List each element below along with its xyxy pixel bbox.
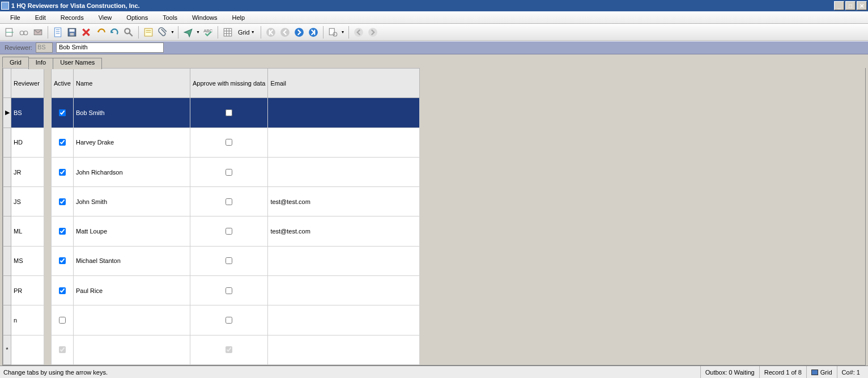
col-email-header[interactable]: Email — [268, 69, 420, 98]
table-row[interactable]: Matt Loupe test@test.com — [52, 216, 420, 246]
cell-reviewer[interactable]: ML — [11, 216, 44, 246]
menu-options[interactable]: Options — [121, 13, 154, 22]
search-icon[interactable] — [122, 26, 135, 39]
menu-help[interactable]: Help — [227, 13, 251, 22]
preview-icon[interactable] — [327, 26, 339, 39]
cell-email[interactable] — [268, 128, 420, 157]
table-row[interactable]: ML — [3, 216, 44, 246]
notes-icon[interactable] — [142, 26, 155, 39]
active-checkbox[interactable] — [59, 257, 66, 264]
cell-name[interactable]: John Smith — [73, 187, 190, 216]
menu-file[interactable]: File — [5, 13, 26, 22]
cell-email[interactable] — [268, 98, 420, 128]
cell-approve[interactable] — [190, 216, 267, 246]
cell-active[interactable] — [52, 128, 74, 157]
nav-last-icon[interactable] — [307, 26, 320, 39]
table-row[interactable]: John Smith test@test.com — [52, 187, 420, 216]
cell-approve[interactable] — [190, 305, 267, 335]
grid-dropdown[interactable]: Grid▼ — [236, 29, 257, 36]
table-row[interactable]: Bob Smith — [52, 98, 420, 128]
cell-approve[interactable] — [190, 187, 267, 216]
save-icon[interactable] — [66, 26, 78, 39]
glasses-icon[interactable] — [18, 26, 30, 39]
cell-active[interactable] — [52, 216, 74, 246]
spellcheck-icon[interactable]: ABC — [202, 26, 214, 39]
active-checkbox[interactable] — [59, 317, 66, 324]
cell-reviewer[interactable]: PR — [11, 276, 44, 305]
table-row[interactable]: HD — [3, 128, 44, 157]
cell-approve[interactable] — [190, 98, 267, 128]
menu-view[interactable]: View — [93, 13, 118, 22]
active-checkbox[interactable] — [59, 169, 66, 176]
cell-approve[interactable] — [190, 128, 267, 157]
table-row[interactable]: MS — [3, 246, 44, 275]
cell-reviewer[interactable]: HD — [11, 128, 44, 157]
reviewer-detail-table[interactable]: Active Name Approve with missing data Em… — [51, 68, 420, 365]
tab-info[interactable]: Info — [28, 58, 53, 69]
tab-grid[interactable]: Grid — [2, 57, 29, 68]
reviewer-list-table[interactable]: Reviewer ▶BSHDJRJSMLMSPRn* — [3, 68, 44, 365]
minimize-button[interactable]: _ — [834, 1, 844, 10]
cell-approve[interactable] — [190, 157, 267, 186]
menu-windows[interactable]: Windows — [186, 13, 223, 22]
tab-user-names[interactable]: User Names — [53, 58, 102, 69]
table-row[interactable]: Michael Stanton — [52, 246, 420, 275]
new-icon[interactable] — [3, 26, 16, 39]
reviewer-name-input[interactable]: Bob Smith — [56, 43, 164, 53]
cell-active[interactable] — [52, 246, 74, 275]
active-checkbox[interactable] — [59, 198, 66, 205]
mail-icon[interactable] — [32, 26, 44, 39]
delete-icon[interactable] — [80, 26, 92, 39]
cell-email[interactable]: test@test.com — [268, 187, 420, 216]
nav-next-icon[interactable] — [293, 26, 305, 39]
cell-name[interactable]: Paul Rice — [73, 276, 190, 305]
grid-icon[interactable] — [222, 26, 234, 39]
approve-checkbox[interactable] — [225, 169, 232, 176]
send-icon[interactable] — [182, 26, 194, 39]
col-name-header[interactable]: Name — [73, 69, 190, 98]
table-row[interactable]: John Richardson — [52, 157, 420, 186]
cell-name[interactable] — [73, 305, 190, 335]
table-row[interactable]: JS — [3, 187, 44, 216]
table-row[interactable]: JR — [3, 157, 44, 186]
active-checkbox[interactable] — [59, 287, 66, 294]
approve-checkbox[interactable] — [225, 317, 232, 324]
reviewer-code-input[interactable]: BS — [36, 43, 53, 53]
approve-checkbox[interactable] — [225, 228, 232, 235]
cell-approve[interactable] — [190, 246, 267, 275]
maximize-button[interactable]: □ — [845, 1, 856, 10]
cell-name[interactable]: John Richardson — [73, 157, 190, 186]
cell-email[interactable] — [268, 276, 420, 305]
approve-checkbox[interactable] — [225, 109, 232, 116]
menu-edit[interactable]: Edit — [29, 13, 52, 22]
close-button[interactable]: ✕ — [857, 1, 867, 10]
table-row[interactable] — [52, 305, 420, 335]
cell-email[interactable] — [268, 157, 420, 186]
cell-email[interactable]: test@test.com — [268, 216, 420, 246]
cell-name[interactable]: Harvey Drake — [73, 128, 190, 157]
nav-prev-icon[interactable] — [279, 26, 291, 39]
attach-icon[interactable] — [156, 26, 169, 39]
cell-name[interactable]: Bob Smith — [73, 98, 190, 128]
undo-icon[interactable] — [94, 26, 107, 39]
cell-reviewer[interactable]: BS — [11, 98, 44, 128]
new-row[interactable] — [52, 335, 420, 364]
new-row[interactable]: * — [3, 335, 44, 364]
approve-checkbox[interactable] — [225, 139, 232, 146]
col-reviewer-header[interactable]: Reviewer — [11, 69, 44, 98]
table-row[interactable]: Harvey Drake — [52, 128, 420, 157]
cell-reviewer[interactable]: n — [11, 305, 44, 335]
approve-checkbox[interactable] — [225, 287, 232, 294]
cell-active[interactable] — [52, 276, 74, 305]
menu-records[interactable]: Records — [55, 13, 90, 22]
nav-first-icon[interactable] — [265, 26, 277, 39]
cell-active[interactable] — [52, 98, 74, 128]
refresh-icon[interactable] — [108, 26, 121, 39]
approve-checkbox[interactable] — [225, 198, 232, 205]
active-checkbox[interactable] — [59, 139, 66, 146]
cell-active[interactable] — [52, 157, 74, 186]
cell-email[interactable] — [268, 246, 420, 275]
cell-reviewer[interactable]: JR — [11, 157, 44, 186]
active-checkbox[interactable] — [59, 109, 66, 116]
cell-name[interactable]: Michael Stanton — [73, 246, 190, 275]
